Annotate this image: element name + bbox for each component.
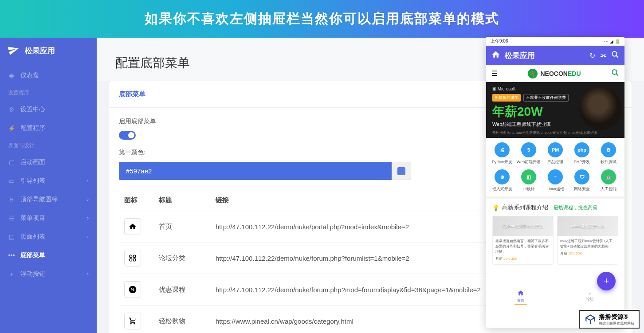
bulb-icon: 💡 [492, 204, 499, 211]
category-icon: ⊕ [495, 169, 510, 184]
svg-rect-1 [134, 255, 136, 257]
guide-icon: ▭ [8, 177, 15, 184]
tab-forum[interactable]: ⊞论坛 [555, 287, 624, 306]
promo-banner: 如果你不喜欢左侧抽屉栏当然你可以启用底部菜单的模式 [0, 0, 644, 38]
image-icon: ▢ [8, 159, 15, 166]
sidebar-item-splash[interactable]: ▢启动画面 [0, 153, 97, 172]
row-title: 优惠课程 [153, 274, 210, 306]
course-section: 💡高薪系列课程介绍最热课程，挑战高薪 Python全能自动化开发非常接近自然语言… [486, 196, 624, 269]
sidebar-section: 设置程序 [0, 85, 97, 100]
signal-battery-icon: ⋯ ◢ 🔋 [604, 39, 620, 44]
refresh-icon[interactable]: ↻ [589, 51, 595, 60]
category-icon: ⚙ [601, 142, 616, 157]
category-item[interactable]: ◧UI设计 [516, 169, 541, 192]
row-icon[interactable] [124, 250, 141, 266]
hero-banner[interactable]: ▣ Microsoft 免费预约试学不就业不收取任何学费 年薪20W Web前端… [486, 82, 624, 138]
svg-rect-2 [130, 259, 132, 261]
sidebar-section: 界面与设计 [0, 137, 97, 153]
cube-icon [585, 313, 596, 325]
category-item[interactable]: ⚙软件测试 [596, 142, 621, 165]
svg-point-6 [612, 51, 617, 56]
search-icon[interactable] [611, 51, 619, 60]
row-icon[interactable] [124, 218, 141, 235]
monkey-image [579, 87, 622, 130]
watermark: 撸撸资源®白嫖互联网资源的网站 [579, 310, 640, 329]
neocon-logo: 🌴NEOCONEDU [528, 69, 581, 78]
fab-add-button[interactable]: + [597, 272, 616, 290]
category-item[interactable]: 🖨Python开发 [490, 142, 514, 165]
phone-header: ☰ 🌴NEOCONEDU [486, 65, 624, 82]
phone-preview: 上午9:06⋯ ◢ 🔋 松果应用 ↻ ⫘ ☰ 🌴NEOCONEDU ▣ Micr… [486, 37, 624, 328]
sidebar-item-pages[interactable]: ▤页面列表› [0, 227, 97, 246]
row-title: 论坛分类 [153, 243, 210, 274]
category-icon: 🤖 [601, 169, 616, 184]
category-grid: 🖨Python开发5Web前端开发PM产品经理phpPHP开发⚙软件测试⊕嵌入式… [486, 138, 624, 196]
chevron-right-icon: › [87, 178, 89, 184]
logo[interactable]: 松果应用 [0, 38, 97, 66]
course-card[interactable]: Python全能自动化开发非常接近自然语言，精简了很多不必要的分号和括号，非常容… [492, 216, 554, 265]
color-picker-button[interactable] [392, 162, 411, 180]
category-icon: ◧ [521, 169, 536, 184]
sidebar-item-menu[interactable]: ☰菜单项目› [0, 209, 97, 227]
sidebar: 松果应用 ◉仪表盘 设置程序 ⚙设置中心 ⚡配置程序 界面与设计 ▢启动画面 ▭… [0, 38, 97, 333]
sidebar-item-bottom-menu[interactable]: •••底部菜单 [0, 246, 97, 265]
svg-point-7 [612, 70, 617, 74]
color-swatch [397, 167, 405, 175]
enable-toggle[interactable] [119, 131, 136, 140]
category-icon: PM [548, 142, 563, 157]
row-icon[interactable]: % [124, 281, 141, 298]
app-name: 松果应用 [25, 46, 55, 56]
sidebar-item-settings[interactable]: ⚙设置中心 [0, 100, 97, 119]
plus-icon: + [8, 270, 15, 278]
sidebar-item-topnav[interactable]: H顶部导航图标› [0, 190, 97, 209]
banner-text: 如果你不喜欢左侧抽屉栏当然你可以启用底部菜单的模式 [145, 10, 499, 28]
category-item[interactable]: ≡Linux运维 [543, 169, 568, 192]
chevron-right-icon: › [87, 271, 89, 277]
sidebar-item-float[interactable]: +浮动按钮› [0, 265, 97, 283]
category-item[interactable]: 5Web前端开发 [516, 142, 541, 165]
heading-icon: H [8, 196, 15, 203]
svg-rect-0 [130, 255, 132, 257]
dashboard-icon: ◉ [8, 72, 15, 79]
palm-icon: 🌴 [528, 69, 538, 78]
category-item[interactable]: PM产品经理 [543, 142, 568, 165]
category-item[interactable]: phpPHP开发 [569, 142, 594, 165]
chevron-right-icon: › [87, 234, 89, 240]
category-item[interactable]: 🤖人工智能 [596, 169, 621, 192]
phone-statusbar: 上午9:06⋯ ◢ 🔋 [486, 37, 624, 46]
course-card[interactable]: Linux运维及云计算linux运维工程师linux云计算+人工智能+自动化运营… [557, 216, 618, 265]
home-icon [517, 290, 524, 298]
chevron-right-icon: › [87, 196, 89, 203]
row-icon[interactable] [124, 313, 141, 329]
grid-icon: ⊞ [589, 292, 592, 296]
th-title: 标题 [153, 190, 210, 211]
paper-plane-icon [7, 43, 21, 59]
category-item[interactable]: ⊕嵌入式开发 [490, 169, 514, 192]
share-icon[interactable]: ⫘ [600, 51, 607, 59]
sidebar-item-dashboard[interactable]: ◉仪表盘 [0, 66, 97, 85]
dots-icon: ••• [8, 252, 15, 259]
pages-icon: ▤ [8, 233, 15, 240]
row-title: 首页 [153, 211, 210, 243]
color-input[interactable] [119, 162, 392, 180]
hamburger-icon[interactable]: ☰ [491, 69, 498, 78]
phone-app-title: 松果应用 [505, 51, 585, 61]
category-icon: php [574, 142, 589, 157]
sidebar-item-guide[interactable]: ▭引导列表› [0, 172, 97, 190]
category-icon: 🖨 [495, 142, 510, 157]
sidebar-item-config[interactable]: ⚡配置程序 [0, 119, 97, 137]
chevron-right-icon: › [87, 215, 89, 221]
plug-icon: ⚡ [8, 125, 15, 132]
search-icon[interactable] [611, 69, 619, 78]
list-icon: ☰ [8, 215, 15, 222]
category-icon: 🛡 [574, 169, 589, 184]
th-icon: 图标 [119, 190, 153, 211]
home-icon[interactable] [491, 50, 500, 61]
tab-home[interactable]: 首页 [486, 287, 555, 306]
sliders-icon: ⚙ [8, 106, 15, 113]
category-icon: ≡ [548, 169, 563, 184]
category-item[interactable]: 🛡网络安全 [569, 169, 594, 192]
svg-text:%: % [131, 287, 134, 292]
svg-rect-3 [134, 259, 136, 261]
category-icon: 5 [521, 142, 536, 157]
